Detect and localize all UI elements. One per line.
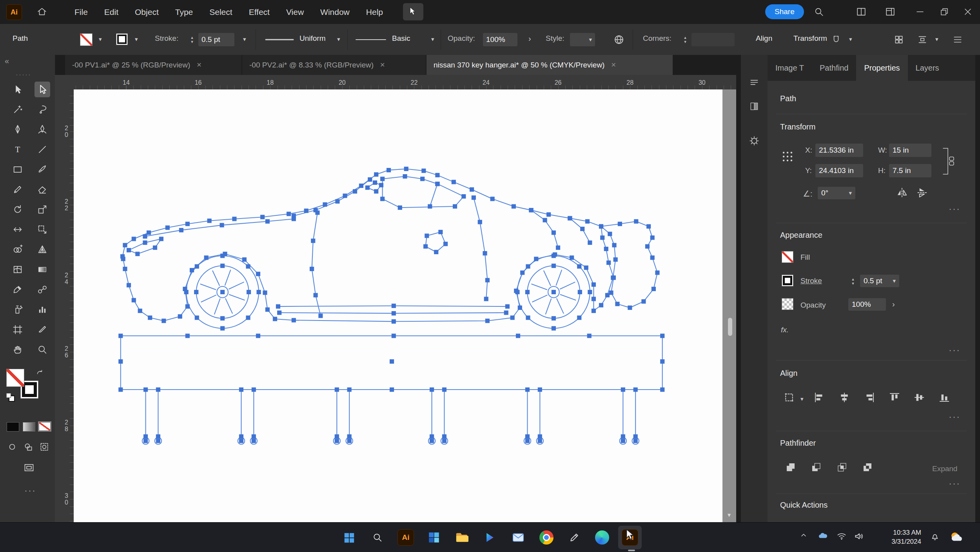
notification-bell-icon[interactable] — [930, 531, 940, 541]
start-button[interactable] — [339, 527, 359, 548]
search-icon[interactable] — [810, 3, 828, 21]
constrain-proportions-icon[interactable] — [940, 144, 956, 180]
align-to-selection-icon[interactable] — [783, 392, 795, 405]
type-tool[interactable]: T — [10, 142, 25, 157]
tray-wifi-icon[interactable] — [837, 531, 847, 541]
taskbar-file-explorer-icon[interactable] — [452, 527, 472, 548]
appearance-opacity-label[interactable]: Opacity — [800, 301, 826, 310]
mesh-tool[interactable] — [10, 262, 25, 277]
fill-color-swatch[interactable] — [80, 33, 93, 46]
workspace-switcher-icon[interactable] — [881, 3, 899, 21]
brush-definition-value[interactable]: Basic — [392, 34, 410, 43]
curvature-tool[interactable] — [34, 122, 50, 137]
width-profile-value[interactable]: Uniform — [299, 34, 326, 43]
ruler-corner[interactable] — [55, 75, 74, 90]
pathfinder-more-icon[interactable]: ··· — [949, 478, 960, 489]
opacity-options-chevron-icon[interactable]: › — [892, 300, 895, 309]
opacity-field[interactable]: 100% — [483, 33, 517, 46]
snap-options-icon[interactable] — [827, 31, 845, 49]
taskbar-edge-icon[interactable] — [592, 527, 612, 548]
menu-file[interactable]: File — [73, 7, 89, 17]
fill-indicator-swatch[interactable] — [6, 369, 24, 387]
w-field[interactable]: 15 in — [889, 144, 931, 157]
free-transform-tool[interactable] — [34, 222, 50, 237]
opacity-panel-chevron-icon[interactable]: › — [528, 34, 531, 43]
tab-close-icon[interactable]: ✕ — [611, 61, 616, 69]
document-setup-globe-icon[interactable] — [610, 31, 628, 49]
stroke-weight-field[interactable]: 0.5 pt — [198, 33, 234, 46]
taskbar-mail-icon[interactable] — [508, 527, 528, 548]
y-field[interactable]: 24.4103 in — [815, 164, 863, 177]
artboard[interactable] — [74, 89, 722, 522]
align-menu-label[interactable]: Align — [756, 34, 772, 43]
slice-tool[interactable] — [34, 322, 50, 337]
document-tab-1[interactable]: -00 PV1.ai* @ 25 % (RGB/Preview) ✕ — [65, 55, 241, 75]
tab-close-icon[interactable]: ✕ — [196, 61, 201, 69]
panel-tab-properties[interactable]: Properties — [856, 55, 907, 81]
menu-select[interactable]: Select — [208, 7, 234, 17]
appearance-fill-swatch[interactable] — [782, 251, 793, 263]
pathfinder-intersect-icon[interactable] — [836, 461, 848, 475]
appearance-more-icon[interactable]: ··· — [949, 344, 960, 355]
appearance-fill-label[interactable]: Fill — [800, 253, 810, 262]
collapsed-adjust-panel-icon[interactable] — [748, 135, 760, 147]
pen-tool[interactable] — [10, 122, 25, 137]
pathfinder-minus-front-icon[interactable] — [810, 461, 822, 475]
style-field[interactable]: ▾ — [570, 33, 595, 46]
arrange-caret-icon[interactable]: ▾ — [935, 36, 938, 43]
h-field[interactable]: 7.5 in — [889, 164, 931, 177]
restore-button[interactable] — [935, 3, 953, 21]
transform-menu-label[interactable]: Transform — [793, 34, 827, 43]
draw-behind-button[interactable] — [23, 442, 33, 454]
ruler-vertical[interactable]: 2 02 22 42 62 83 0 — [55, 89, 74, 522]
align-top-icon[interactable] — [889, 392, 900, 405]
corners-field[interactable] — [691, 33, 735, 46]
hand-tool[interactable] — [10, 342, 25, 357]
distribute-icon[interactable] — [913, 31, 931, 49]
toolbar-more-icon[interactable]: ··· — [24, 485, 36, 496]
tab-close-icon[interactable]: ✕ — [380, 61, 385, 69]
default-fill-stroke-icon[interactable] — [6, 393, 14, 401]
align-to-caret-icon[interactable]: ▾ — [800, 395, 804, 403]
dock-divider[interactable] — [736, 55, 741, 522]
canvas-area[interactable]: 141618202224262830 2 02 22 42 62 83 0 ▾ — [55, 75, 736, 522]
artboard-tool[interactable] — [10, 322, 25, 337]
color-mode-button[interactable] — [7, 422, 19, 432]
lasso-tool[interactable] — [34, 102, 50, 117]
effects-fx-button[interactable]: fx. — [781, 326, 789, 334]
taskbar-pen-app-icon[interactable] — [564, 527, 584, 548]
stroke-color-swatch[interactable] — [116, 33, 128, 45]
magic-wand-tool[interactable] — [10, 102, 25, 117]
appearance-stroke-weight-field[interactable]: 0.5 pt▾ — [860, 275, 899, 287]
draw-normal-button[interactable] — [7, 442, 17, 454]
width-tool[interactable] — [10, 222, 25, 237]
column-graph-tool[interactable] — [34, 302, 50, 317]
appearance-stroke-swatch[interactable] — [782, 275, 793, 286]
tray-chevron-icon[interactable] — [800, 531, 808, 539]
x-field[interactable]: 21.5336 in — [815, 144, 863, 157]
share-button[interactable]: Share — [765, 4, 804, 19]
menu-effect[interactable]: Effect — [247, 7, 271, 17]
scale-tool[interactable] — [34, 202, 50, 217]
close-button[interactable] — [959, 3, 977, 21]
minimize-button[interactable] — [911, 3, 929, 21]
pathfinder-expand-button[interactable]: Expand — [932, 465, 957, 473]
panel-menu-icon[interactable] — [949, 31, 967, 49]
rotate-tool[interactable] — [10, 202, 25, 217]
shape-builder-tool[interactable] — [10, 242, 25, 257]
stroke-caret-icon[interactable]: ▾ — [135, 36, 138, 43]
align-left-icon[interactable] — [813, 392, 825, 405]
collapsed-gradient-panel-icon[interactable] — [748, 100, 760, 112]
menu-view[interactable]: View — [285, 7, 305, 17]
taskbar-chrome-icon[interactable] — [536, 527, 557, 548]
panel-tab-pathfinder[interactable]: Pathfind — [812, 55, 856, 81]
menu-type[interactable]: Type — [174, 7, 195, 17]
tray-volume-icon[interactable] — [854, 531, 864, 541]
appearance-opacity-field[interactable]: 100% — [848, 298, 886, 311]
tray-onedrive-icon[interactable] — [818, 531, 828, 541]
taskbar-clock[interactable]: 10:33 AM 3/31/2024 — [873, 528, 921, 546]
document-tab-2[interactable]: -00 PV2.ai* @ 8.33 % (RGB/Preview) ✕ — [242, 55, 426, 75]
taskbar-illustrator-icon[interactable]: Ai — [396, 527, 416, 548]
weather-widget-icon[interactable] — [949, 530, 964, 545]
appearance-stroke-label[interactable]: Stroke — [800, 277, 822, 285]
